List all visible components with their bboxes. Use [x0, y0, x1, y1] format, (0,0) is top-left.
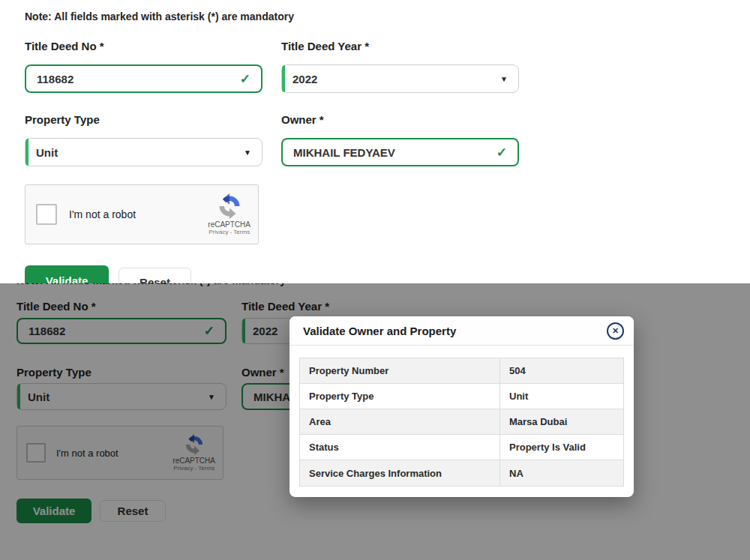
- property-type-value: Unit: [36, 146, 238, 159]
- form-section-original: Note: All fields marked with asterisk (*…: [0, 0, 750, 283]
- table-row: Status Property Is Valid: [300, 435, 623, 460]
- title-deed-year-select[interactable]: 2022 ▼: [281, 64, 519, 93]
- table-row: Service Charges Information NA: [300, 460, 623, 486]
- title-deed-no-value: 118682: [37, 73, 234, 85]
- table-row: Property Type Unit: [300, 384, 623, 409]
- row-value: Property Is Valid: [500, 435, 623, 460]
- recaptcha-logo: reCAPTCHA Privacy - Terms: [208, 193, 250, 235]
- row-label: Property Number: [300, 358, 500, 383]
- recaptcha-widget: I'm not a robot reCAPTCHA Privacy - Term…: [25, 184, 259, 244]
- title-deed-year-value: 2022: [292, 73, 494, 85]
- validation-result-modal: Validate Owner and Property ✕ Property N…: [290, 316, 634, 497]
- row-label: Property Type: [300, 384, 500, 409]
- row-label: Area: [300, 409, 500, 434]
- table-row: Area Marsa Dubai: [300, 409, 623, 435]
- recaptcha-label: I'm not a robot: [69, 208, 208, 220]
- property-type-label: Property Type: [25, 113, 100, 126]
- property-type-select[interactable]: Unit ▼: [25, 138, 262, 166]
- owner-label: Owner *: [281, 113, 324, 126]
- reset-button[interactable]: Reset: [118, 268, 191, 283]
- recaptcha-privacy-terms-links[interactable]: Privacy - Terms: [208, 229, 250, 235]
- title-deed-no-label: Title Deed No *: [25, 40, 104, 52]
- table-row: Property Number 504: [300, 358, 623, 384]
- property-validation-page: Note: All fields marked with asterisk (*…: [0, 0, 750, 560]
- validate-button[interactable]: Validate: [25, 265, 109, 283]
- title-deed-no-input[interactable]: 118682 ✓: [25, 64, 262, 93]
- row-label: Status: [300, 435, 500, 460]
- valid-check-icon: ✓: [240, 71, 250, 87]
- row-label: Service Charges Information: [300, 460, 500, 486]
- close-icon[interactable]: ✕: [607, 322, 624, 340]
- validation-result-table: Property Number 504 Property Type Unit A…: [299, 358, 624, 487]
- row-value: NA: [500, 460, 623, 486]
- row-value: Marsa Dubai: [500, 409, 623, 434]
- row-value: 504: [500, 358, 623, 383]
- title-deed-year-label: Title Deed Year *: [281, 40, 369, 52]
- valid-check-icon: ✓: [496, 145, 507, 160]
- recaptcha-checkbox[interactable]: [36, 204, 57, 225]
- modal-header: Validate Owner and Property ✕: [290, 316, 634, 346]
- recaptcha-swirl-icon: [217, 193, 242, 219]
- owner-input[interactable]: MIKHAIL FEDYAEV ✓: [281, 138, 519, 166]
- owner-value: MIKHAIL FEDYAEV: [293, 146, 490, 159]
- row-value: Unit: [500, 384, 623, 409]
- chevron-down-icon: ▼: [244, 148, 251, 157]
- dimmed-form-section: Note: All fields marked with asterisk (*…: [0, 283, 750, 560]
- modal-title: Validate Owner and Property: [303, 325, 456, 337]
- chevron-down-icon: ▼: [500, 75, 508, 83]
- mandatory-note: Note: All fields marked with asterisk (*…: [25, 10, 294, 22]
- recaptcha-brand: reCAPTCHA: [208, 220, 250, 229]
